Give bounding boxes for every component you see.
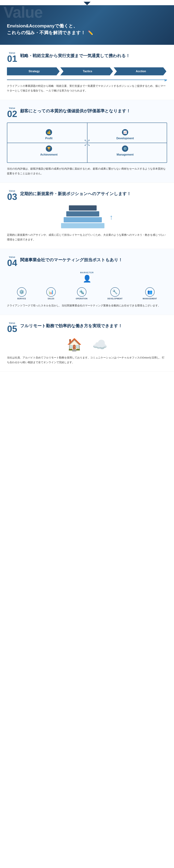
- marketer-top: MARKETER 👤: [80, 272, 94, 283]
- layer-1: [69, 205, 97, 211]
- value05-num-block: Value 05: [7, 322, 18, 333]
- marketer-label: MARKETER: [80, 272, 94, 274]
- value01-header: Value 01 戦略・戦術立案から実行支援まで一気通貫して携われる！: [7, 52, 167, 63]
- value05-title: フルリモート勤務で効率的な働き方を実現できます！: [20, 322, 122, 329]
- value03-layers: ↑: [7, 205, 167, 229]
- value01-arrow-flow: Strategy Tactics Acction: [7, 67, 167, 75]
- marketer-person-icon: 👤: [83, 275, 92, 283]
- top-arrow-divider: [0, 0, 174, 5]
- remote-cloud-icon-item: ☁️: [92, 338, 107, 352]
- operation-gear-icon: 🔩: [77, 287, 86, 297]
- layers-stack: [61, 205, 104, 229]
- hero-section: Value Envision&Accompanyで働くと、 これらの悩み・不満を…: [0, 5, 174, 45]
- arrow-br: ↘: [87, 143, 90, 147]
- layer-2: [66, 211, 99, 216]
- hero-title-line1: Envision&Accompanyで働くと、: [7, 23, 78, 28]
- arrow-strategy: Strategy: [7, 67, 60, 75]
- marketer-section: MARKETER 👤 ⚙️ SERVICE 📊 SALES 🔩 OPERATIO…: [7, 272, 167, 300]
- profit-icon: 💰: [46, 129, 52, 135]
- achievement-icon: 🏆: [46, 146, 52, 152]
- value05-section: Value 05 フルリモート勤務で効率的な働き方を実現できます！ 🏠 ☁️ 当…: [0, 315, 174, 372]
- diagram-cell-management: ⚙️ Management: [87, 143, 164, 159]
- arrow-tl: ↖: [84, 139, 87, 143]
- management-icon: ⚙️: [122, 146, 128, 152]
- service-icon-service: ⚙️ SERVICE: [17, 287, 26, 300]
- value01-arrow-underline: [7, 80, 167, 80]
- value02-body: 当社の社内評価は、顧客評価及び顧客の成果が社内評価に直結するため、顧客の成果に繋…: [7, 166, 167, 176]
- development-label: DEVELOPMENT: [108, 298, 123, 300]
- pencil-icon: ✏️: [88, 30, 93, 36]
- operation-label: OPERATION: [76, 298, 88, 300]
- arrow-tactics: Tactics: [60, 67, 113, 75]
- service-gear-icon: ⚙️: [17, 287, 26, 297]
- arrow-bl: ↙: [84, 143, 87, 147]
- development-icon: 📈: [122, 129, 128, 135]
- value02-section: Value 02 顧客にとっての本質的な価値提供が評価基準となります！ ↖ ↗ …: [0, 100, 174, 183]
- value02-title: 顧客にとっての本質的な価値提供が評価基準となります！: [20, 107, 131, 114]
- hero-title-line2: これらの悩み・不満を解消できます！ ✏️: [7, 30, 93, 35]
- layer-up-arrow: ↑: [110, 213, 113, 221]
- sales-label: SALES: [48, 298, 54, 300]
- service-icon-sales: 📊 SALES: [46, 287, 56, 300]
- value01-title: 戦略・戦術立案から実行支援まで一気通貫して携われる！: [20, 52, 130, 59]
- service-icons-row: ⚙️ SERVICE 📊 SALES 🔩 OPERATION 🔧 DEVELOP…: [7, 287, 167, 300]
- value03-num: 03: [7, 192, 17, 201]
- sales-chart-icon: 📊: [46, 287, 56, 297]
- service-icon-development: 🔧 DEVELOPMENT: [108, 287, 123, 300]
- value03-title: 定期的に新規案件・新規ポジションへのアサインします！: [20, 190, 131, 197]
- development-wrench-icon: 🔧: [110, 287, 120, 297]
- arrow-acction: Acction: [114, 67, 166, 75]
- value01-num-block: Value 01: [7, 52, 18, 63]
- value01-section: Value 01 戦略・戦術立案から実行支援まで一気通貫して携われる！ Stra…: [0, 45, 174, 100]
- value03-body: 定期的に新規案件へのアサインや、成長に応じて担当レイヤーを上げていくため、大企業…: [7, 232, 167, 242]
- value03-num-block: Value 03: [7, 190, 18, 201]
- service-icon-operation: 🔩 OPERATION: [76, 287, 88, 300]
- value02-num: 02: [7, 110, 17, 118]
- arrow-tr: ↗: [87, 139, 90, 143]
- value03-header: Value 03 定期的に新規案件・新規ポジションへのアサインします！: [7, 190, 167, 201]
- diagram-cell-development: 📈 Development: [87, 126, 164, 143]
- remote-home-icon-item: 🏠: [67, 338, 82, 352]
- value04-section: Value 04 関連事業会社でのマーケティング担当ポストもあり！ MARKET…: [0, 249, 174, 315]
- value03-section: Value 03 定期的に新規案件・新規ポジションへのアサインします！ ↑ 定期…: [0, 183, 174, 249]
- management-people-icon: 👥: [145, 287, 154, 297]
- value01-body: クライアントの事業課題の特定から戦略・戦術立案、実行支援まで一気通貫でマネジメン…: [7, 84, 167, 93]
- remote-home-icon: 🏠: [67, 338, 82, 352]
- value04-header: Value 04 関連事業会社でのマーケティング担当ポストもあり！: [7, 256, 167, 267]
- value02-num-block: Value 02: [7, 107, 18, 118]
- hero-big-text: Value: [3, 5, 42, 21]
- value04-num-block: Value 04: [7, 256, 18, 267]
- management-label: MANAGEMENT: [143, 298, 157, 300]
- value05-num: 05: [7, 324, 17, 333]
- diagram-center-arrows: ↖ ↗ ↙ ↘: [84, 139, 90, 147]
- remote-cloud-icon: ☁️: [92, 338, 107, 352]
- value05-header: Value 05 フルリモート勤務で効率的な働き方を実現できます！: [7, 322, 167, 333]
- value02-header: Value 02 顧客にとっての本質的な価値提供が評価基準となります！: [7, 107, 167, 118]
- layer-3: [64, 217, 102, 222]
- value04-num: 04: [7, 258, 17, 267]
- value04-body: クライアントワークで培ったスキルを活かし、当社関連事業会社のマーケティング業務を…: [7, 303, 167, 308]
- remote-icons: 🏠 ☁️: [7, 338, 167, 352]
- value04-title: 関連事業会社でのマーケティング担当ポストもあり！: [20, 256, 123, 263]
- diagram-cell-profit: 💰 Profit: [11, 126, 87, 143]
- layer-4: [61, 223, 104, 228]
- value05-body: 当社は社員、アルバイト含めてフルリモート勤務を採用しております。コミュニケーショ…: [7, 355, 167, 365]
- value01-num: 01: [7, 54, 17, 63]
- service-icon-management: 👥 MANAGEMENT: [143, 287, 157, 300]
- hero-subtitle: Envision&Accompanyで働くと、 これらの悩み・不満を解消できます…: [7, 23, 167, 36]
- value02-diagram: ↖ ↗ ↙ ↘ 💰 Profit 📈 Development 🏆 Achieve…: [7, 123, 167, 163]
- diagram-cell-achievement: 🏆 Achievement: [11, 143, 87, 159]
- service-label: SERVICE: [17, 298, 26, 300]
